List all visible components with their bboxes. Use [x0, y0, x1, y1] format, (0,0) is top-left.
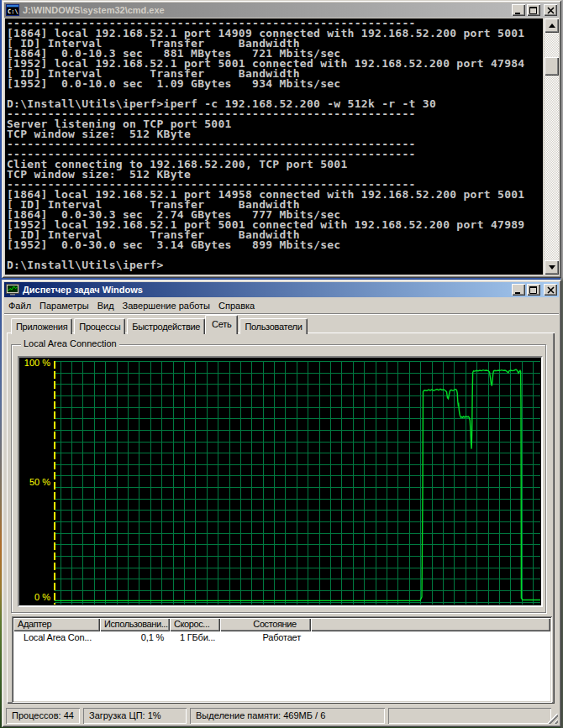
taskmgr-minimize-button[interactable] [512, 284, 525, 296]
menu-item-3[interactable]: Вид [93, 299, 118, 312]
column-header-1[interactable]: Адаптер [13, 618, 100, 631]
column-header-2[interactable]: Использовани... [100, 618, 170, 631]
cmd-maximize-button[interactable] [527, 4, 540, 16]
cmd-titlebar[interactable]: C:\ J:\WINDOWS\system32\cmd.exe [4, 3, 559, 18]
tab-5[interactable]: Пользователи [239, 318, 307, 334]
column-header-3[interactable]: Скорос... [170, 618, 220, 631]
menu-item-5[interactable]: Справка [214, 299, 259, 312]
resize-grip-icon[interactable] [547, 713, 558, 724]
task-manager-icon [6, 284, 19, 296]
console-output[interactable]: ----------------------------------------… [5, 18, 543, 275]
cmd-close-button[interactable] [544, 4, 557, 16]
tab-2[interactable]: Процессы [74, 318, 125, 334]
adapter-cell-3: 1 ГБби... [170, 631, 220, 644]
menu-item-2[interactable]: Параметры [35, 299, 93, 312]
tab-4[interactable]: Сеть [205, 315, 238, 334]
cmd-window-title: J:\WINDOWS\system32\cmd.exe [23, 5, 165, 15]
task-manager-window: Диспетчер задач Windows ФайлПараметрыВид… [2, 280, 561, 727]
listview-header: АдаптерИспользовани...Скорос...Состояние [13, 618, 550, 631]
menu-bar: ФайлПараметрыВидЗавершение работыСправка [4, 297, 559, 313]
scrollbar-thumb[interactable] [545, 57, 559, 76]
taskmgr-close-button[interactable] [544, 284, 557, 296]
maximize-icon [529, 7, 538, 14]
taskmgr-window-title: Диспетчер задач Windows [23, 285, 143, 295]
axis-label-50: 50 % [17, 477, 50, 487]
scroll-up-button[interactable] [545, 18, 559, 33]
taskmgr-titlebar[interactable]: Диспетчер задач Windows [4, 282, 559, 297]
status-memory: Выделение памяти: 469МБ / 6 [190, 708, 385, 724]
cmd-prompt-icon: C:\ [6, 4, 19, 16]
arrow-down-icon [549, 265, 555, 270]
menu-item-4[interactable]: Завершение работы [118, 299, 214, 312]
column-header-4[interactable]: Состояние [220, 618, 311, 631]
close-icon [547, 7, 555, 14]
adapter-cell-2: 0,1 % [100, 631, 170, 644]
network-graph-plot [19, 358, 541, 605]
tab-3[interactable]: Быстродействие [127, 318, 205, 334]
adapter-cell-1: Local Area Con... [13, 631, 100, 644]
status-bar: Процессов: 44 Загрузка ЦП: 1% Выделение … [4, 706, 559, 725]
cmd-minimize-button[interactable] [512, 4, 525, 16]
axis-label-0: 0 % [17, 592, 50, 602]
minimize-icon [514, 286, 523, 294]
status-processes: Процессов: 44 [6, 708, 80, 724]
arrow-up-icon [549, 24, 555, 28]
groupbox-label: Local Area Connection [21, 338, 119, 348]
adapter-cell-4: Работает [220, 631, 311, 644]
network-utilization-graph: 100 % 50 % 0 % [18, 356, 543, 607]
taskmgr-maximize-button[interactable] [527, 284, 540, 296]
console-scrollbar[interactable] [545, 18, 559, 275]
axis-label-100: 100 % [17, 358, 50, 368]
menu-item-1[interactable]: Файл [4, 299, 35, 312]
column-header-5 [311, 618, 550, 631]
status-extra [388, 708, 551, 724]
adapter-listview: АдаптерИспользовани...Скорос...Состояние… [12, 616, 552, 703]
close-icon [547, 286, 555, 294]
scroll-down-button[interactable] [545, 260, 559, 275]
tab-1[interactable]: Приложения [11, 318, 72, 334]
console-text: ----------------------------------------… [7, 18, 525, 270]
tab-strip: ПриложенияПроцессыБыстродействиеСетьПоль… [11, 315, 309, 334]
svg-text:C:\: C:\ [8, 8, 18, 15]
minimize-icon [514, 7, 523, 14]
cmd-window: C:\ J:\WINDOWS\system32\cmd.exe --------… [2, 0, 561, 278]
adapter-row[interactable]: Local Area Con...0,1 %1 ГБби...Работает [13, 631, 550, 644]
status-cpu: Загрузка ЦП: 1% [83, 708, 187, 724]
maximize-icon [529, 286, 538, 294]
